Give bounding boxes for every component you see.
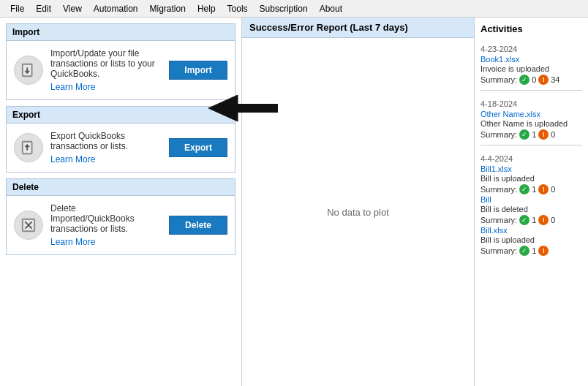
activity-summary-1: Summary: ✓ 1 ! 0: [480, 129, 582, 140]
activity-desc-3: Bill is deleted: [480, 205, 582, 213]
badge-green-3: ✓: [519, 215, 529, 225]
menu-file[interactable]: File: [4, 2, 30, 15]
menu-automation[interactable]: Automation: [88, 2, 144, 15]
delete-button[interactable]: Delete: [169, 216, 227, 235]
import-text: Import/Update your file transactions or …: [50, 48, 162, 92]
badge-green-1: ✓: [519, 129, 529, 140]
menu-tools[interactable]: Tools: [222, 2, 254, 15]
svg-rect-8: [238, 104, 278, 113]
activity-summary-3: Summary: ✓ 1 ! 0: [480, 215, 582, 225]
import-button[interactable]: Import: [169, 61, 227, 80]
badge-orange-0: !: [538, 75, 549, 85]
activity-summary-4: Summary: ✓ 1 !: [480, 246, 582, 256]
badge-orange-3: !: [538, 215, 549, 225]
delete-header: Delete: [7, 179, 235, 196]
export-header: Export: [7, 107, 235, 124]
activity-date-2: 4-4-2024: [480, 154, 582, 163]
svg-marker-7: [208, 95, 238, 121]
badge-orange-2: !: [538, 184, 549, 194]
activity-summary-2: Summary: ✓ 1 ! 0: [480, 184, 582, 194]
badge-orange-1: !: [538, 129, 549, 140]
activities-header: Activities: [480, 23, 582, 34]
export-section: Export Export QuickBooks transactions or…: [6, 106, 235, 173]
delete-section: Delete Delete Imported/QuickBooks transa…: [6, 178, 235, 255]
menu-view[interactable]: View: [57, 2, 88, 15]
import-section: Import Import/Update your file transacti…: [6, 23, 235, 100]
delete-description: Delete Imported/QuickBooks transactions …: [50, 203, 162, 234]
export-description: Export QuickBooks transactions or lists.: [50, 131, 162, 151]
activity-link-3[interactable]: Bill: [480, 195, 582, 204]
no-data-label: No data to plot: [242, 38, 474, 386]
activity-link-2[interactable]: Bill1.xlsx: [480, 164, 582, 173]
left-panel: Import Import/Update your file transacti…: [0, 18, 241, 386]
export-text: Export QuickBooks transactions or lists.…: [50, 131, 162, 164]
divider-1: [480, 145, 582, 145]
import-icon: [14, 56, 43, 85]
menu-about[interactable]: About: [314, 2, 348, 15]
badge-green-0: ✓: [519, 75, 529, 85]
activity-link-1[interactable]: Other Name.xlsx: [480, 110, 582, 118]
import-description: Import/Update your file transactions or …: [50, 48, 162, 79]
export-icon: [14, 133, 43, 162]
divider-0: [480, 90, 582, 91]
activity-date-0: 4-23-2024: [480, 45, 582, 53]
activity-summary-0: Summary: ✓ 0 ! 34: [480, 75, 582, 85]
export-learn-more[interactable]: Learn More: [50, 154, 95, 164]
menu-edit[interactable]: Edit: [30, 2, 57, 15]
activity-link-4[interactable]: Bill.xlsx: [480, 226, 582, 235]
badge-orange-4: !: [538, 246, 549, 256]
activity-desc-2: Bill is uploaded: [480, 174, 582, 183]
activity-desc-4: Bill is uploaded: [480, 235, 582, 244]
menu-migration[interactable]: Migration: [144, 2, 192, 15]
activity-date-1: 4-18-2024: [480, 99, 582, 108]
activity-link-0[interactable]: Book1.xlsx: [480, 55, 582, 64]
menu-subscription[interactable]: Subscription: [254, 2, 314, 15]
delete-icon: [14, 211, 43, 240]
report-header: Success/Error Report (Last 7 days): [242, 18, 474, 38]
middle-panel: Success/Error Report (Last 7 days) No da…: [241, 18, 475, 386]
import-learn-more[interactable]: Learn More: [50, 82, 95, 92]
activity-desc-0: Invoice is uploaded: [480, 64, 582, 73]
delete-text: Delete Imported/QuickBooks transactions …: [50, 203, 162, 247]
badge-green-4: ✓: [519, 246, 529, 256]
menu-help[interactable]: Help: [192, 2, 222, 15]
activity-desc-1: Other Name is uploaded: [480, 119, 582, 128]
arrow-indicator: [208, 94, 282, 125]
export-button[interactable]: Export: [169, 138, 227, 157]
delete-learn-more[interactable]: Learn More: [50, 237, 95, 247]
badge-green-2: ✓: [519, 184, 529, 194]
import-header: Import: [7, 24, 235, 41]
menubar: File Edit View Automation Migration Help…: [0, 0, 588, 18]
right-panel: Activities 4-23-2024 Book1.xlsx Invoice …: [475, 18, 588, 386]
